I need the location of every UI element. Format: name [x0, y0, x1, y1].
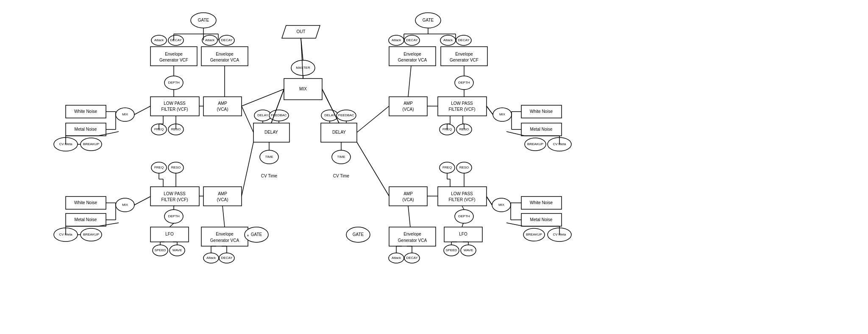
freq-label-left2: FREQ [154, 166, 164, 169]
decay-label-tr2: DECAY [458, 38, 470, 42]
env-vca-left2 [201, 227, 248, 246]
white-noise-label-right1: White Noise [530, 109, 553, 114]
amp-vca-left1 [203, 97, 242, 116]
svg-line-98 [506, 223, 523, 226]
metal-noise-label-left2: Metal Noise [75, 217, 97, 222]
amp-vca-label1-left1: AMP [218, 101, 227, 106]
wave-label-right: WAVE [464, 248, 473, 252]
breakup-label-left2: BREAKUP [83, 233, 99, 236]
env-vca-label1-right2: Envelope [403, 232, 421, 236]
mix-label-right1: MIX [499, 112, 506, 116]
reso-label-right2: RESO [459, 166, 469, 169]
lpf-label2-left2: FILTER (VCF) [161, 197, 188, 202]
amp-vca-label1-right1: AMP [403, 101, 413, 106]
out-label: OUT [296, 29, 305, 34]
amp-vca-label2-right2: (VCA) [402, 197, 414, 202]
env-vca-label2-left2: Generator VCA [210, 238, 239, 243]
depth-label-left2: DEPTH [168, 214, 179, 218]
amp-vca-label1-right2: AMP [403, 191, 413, 196]
svg-line-66 [242, 89, 284, 106]
white-noise-label-left1: White Noise [74, 109, 97, 114]
attack-label-bl: Attack [206, 256, 216, 260]
lpf-right1 [438, 97, 487, 116]
amp-vca-label2-left1: (VCA) [217, 107, 228, 112]
amp-vca-label2-right1: (VCA) [402, 107, 414, 112]
delay-circle-label-right: DELAY [324, 113, 335, 117]
decay-label-tl2: DECAY [221, 38, 233, 42]
white-noise-label-right2: White Noise [530, 200, 553, 205]
lfo-label-right: LFO [459, 232, 467, 236]
amp-vca-left2 [203, 187, 242, 206]
lpf-label2-right2: FILTER (VCF) [448, 197, 475, 202]
env-vcf-label-left: Envelope [165, 52, 183, 56]
amp-vca-right2 [389, 187, 427, 206]
depth-label-right1: DEPTH [458, 81, 470, 84]
svg-line-81 [408, 66, 411, 97]
svg-line-90 [487, 106, 493, 115]
svg-line-38 [170, 223, 174, 227]
delay-right-label: DELAY [332, 130, 346, 135]
mix-label-left2: MIX [122, 203, 128, 207]
delay-circle-label-left: DELAY [257, 113, 268, 117]
wave-label-left: WAVE [172, 248, 182, 252]
env-vca-label2-right1: Generator VCA [398, 58, 427, 62]
svg-line-19 [134, 106, 150, 115]
lpf-right2 [438, 187, 487, 206]
depth-label-left1: DEPTH [168, 81, 179, 84]
master-label: MASTER [296, 66, 310, 70]
lpf-label2-left1: FILTER (VCF) [161, 107, 188, 112]
time-label-right: TIME [337, 155, 345, 159]
decay-label-tl1: DECAY [170, 38, 182, 42]
mix-label-left1: MIX [122, 112, 128, 116]
decay-label-br: DECAY [406, 256, 418, 260]
depth-label-right2: DEPTH [458, 214, 470, 218]
env-vca-label-left: Envelope [216, 52, 234, 56]
env-vca-label2-right2: Generator VCA [398, 238, 427, 243]
amp-vca-right1 [389, 97, 427, 116]
svg-line-105 [462, 223, 463, 227]
lpf-label1-left1: LOW PASS [164, 101, 186, 106]
breakup-label-left1: BREAKUP [83, 142, 99, 146]
env-vcf-label1-right1: Envelope [455, 52, 473, 56]
svg-line-117 [242, 142, 253, 196]
attack-label-tl2: Attack [205, 38, 215, 42]
gate-label-bl: GATE [251, 232, 262, 237]
gate-label-left: GATE [198, 18, 209, 22]
cv-time-label-right: CV Time [333, 174, 350, 178]
cv-time-label-left: CV Time [261, 174, 278, 178]
gate-label-right: GATE [423, 18, 434, 22]
decay-label-tr1: DECAY [406, 38, 418, 42]
env-vca-label2-left: Generator VCA [210, 58, 239, 62]
metal-noise-label-left1: Metal Noise [75, 127, 97, 132]
freq-label-right2: FREQ [442, 166, 452, 169]
svg-line-106 [462, 206, 464, 210]
gate-label-br: GATE [353, 232, 364, 237]
mix-label-right2: MIX [498, 203, 505, 207]
attack-label-tr2: Attack [443, 38, 453, 42]
lpf-left1 [150, 97, 199, 116]
speed-label-left: SPEED [154, 248, 166, 252]
env-vca-right2 [389, 227, 436, 246]
mix-center-label: MIX [299, 87, 307, 91]
breakup-label-right1: BREAKUP [527, 142, 543, 146]
signal-flow-diagram: GATE Envelope Generator VCF Attack DECAY… [0, 0, 868, 334]
lpf-label1-right1: LOW PASS [451, 101, 473, 106]
speed-label-right: SPEED [445, 248, 457, 252]
lfo-label-left: LFO [165, 232, 174, 236]
amp-vca-label2-left2: (VCA) [217, 197, 228, 202]
svg-line-111 [408, 206, 410, 227]
env-vcf-label2-left: Generator VCF [159, 58, 188, 62]
breakup-label-right2: BREAKUP [526, 233, 542, 236]
svg-line-48 [223, 206, 225, 227]
svg-line-116 [242, 106, 253, 132]
attack-label-br: Attack [392, 256, 401, 260]
metal-noise-label-right1: Metal Noise [530, 127, 553, 132]
amp-vca-label1-left2: AMP [218, 191, 227, 196]
feedback-label-left: FEEDBAC [271, 113, 287, 117]
env-vca-label1-left2: Envelope [216, 232, 234, 236]
lpf-label1-left2: LOW PASS [164, 191, 186, 196]
lpf-label2-right1: FILTER (VCF) [448, 107, 475, 112]
reso-label-left2: RESO [171, 166, 181, 169]
metal-noise-label-right2: Metal Noise [530, 217, 553, 222]
feedback-label-right: FEEDBAC [338, 113, 354, 117]
